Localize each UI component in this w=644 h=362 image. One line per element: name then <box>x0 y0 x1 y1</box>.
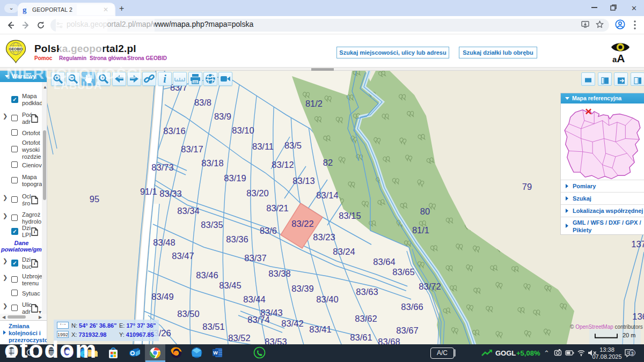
svg-text:83/39: 83/39 <box>291 284 313 293</box>
svg-text:83/42: 83/42 <box>281 319 303 328</box>
svg-text:83/41: 83/41 <box>309 324 331 334</box>
svg-text:81/2: 81/2 <box>305 99 323 108</box>
svg-text:83/8: 83/8 <box>194 98 211 107</box>
svg-text:83/40: 83/40 <box>316 294 338 304</box>
svg-text:83/51: 83/51 <box>202 322 224 331</box>
svg-text:136: 136 <box>632 312 644 321</box>
svg-text:83/64: 83/64 <box>373 257 395 267</box>
svg-text:83/24: 83/24 <box>333 247 355 256</box>
svg-text:83/52: 83/52 <box>228 333 250 343</box>
svg-text:GEOBID: GEOBID <box>9 47 23 51</box>
svg-text:83/61: 83/61 <box>350 333 372 342</box>
svg-text:83/73: 83/73 <box>151 162 173 172</box>
svg-text:83/15: 83/15 <box>339 211 361 220</box>
svg-text:95: 95 <box>90 194 99 204</box>
svg-text:79: 79 <box>522 182 532 191</box>
svg-text:83/37: 83/37 <box>244 253 266 263</box>
svg-text:83/6: 83/6 <box>260 226 277 235</box>
svg-text:83/34: 83/34 <box>177 206 199 216</box>
svg-text:83/53: 83/53 <box>265 337 287 345</box>
svg-text:83/63: 83/63 <box>356 287 378 297</box>
svg-text:81/1: 81/1 <box>412 225 429 235</box>
svg-text:83/74: 83/74 <box>247 315 269 324</box>
svg-text:83/13: 83/13 <box>292 176 314 186</box>
svg-text:80: 80 <box>420 206 430 216</box>
svg-text:83/65: 83/65 <box>392 267 414 277</box>
svg-text:83/72: 83/72 <box>419 282 441 291</box>
svg-text:83/67: 83/67 <box>396 326 418 335</box>
svg-text:83/48: 83/48 <box>153 238 175 247</box>
svg-text:83/33: 83/33 <box>159 189 181 198</box>
svg-text:83/47: 83/47 <box>172 251 194 261</box>
svg-text:83/11: 83/11 <box>252 142 274 151</box>
svg-text:83/20: 83/20 <box>246 188 268 198</box>
svg-text:W: W <box>213 350 218 356</box>
svg-text:137: 137 <box>631 239 644 249</box>
svg-text:83/49: 83/49 <box>151 292 173 301</box>
svg-text:83/5: 83/5 <box>284 141 302 150</box>
svg-text:83/23: 83/23 <box>313 232 335 242</box>
svg-text:83/46: 83/46 <box>196 270 218 280</box>
svg-text:83/66: 83/66 <box>401 302 423 312</box>
svg-text:83/21: 83/21 <box>266 203 288 213</box>
svg-text:83/9: 83/9 <box>214 112 231 121</box>
svg-text:83/14: 83/14 <box>316 190 338 200</box>
svg-text:83/22: 83/22 <box>291 219 313 228</box>
svg-text:83/50: 83/50 <box>177 309 199 319</box>
svg-text:83/19: 83/19 <box>224 173 246 183</box>
svg-text:83/36: 83/36 <box>226 234 248 244</box>
svg-text:83/38: 83/38 <box>268 269 290 278</box>
svg-text:83/17: 83/17 <box>181 144 203 154</box>
svg-text:83/16: 83/16 <box>163 126 185 136</box>
svg-text:83/44: 83/44 <box>243 294 265 304</box>
svg-text:91/1: 91/1 <box>140 187 157 196</box>
svg-text:83/45: 83/45 <box>219 280 241 290</box>
svg-text:83/68: 83/68 <box>378 337 400 345</box>
svg-text:83/62: 83/62 <box>355 314 377 323</box>
svg-text:i: i <box>163 73 166 85</box>
svg-text:83/10: 83/10 <box>232 125 254 135</box>
svg-text:82: 82 <box>323 158 333 167</box>
svg-text:83/35: 83/35 <box>201 220 223 230</box>
svg-text:83/12: 83/12 <box>272 160 294 169</box>
svg-text:83/18: 83/18 <box>201 158 223 168</box>
